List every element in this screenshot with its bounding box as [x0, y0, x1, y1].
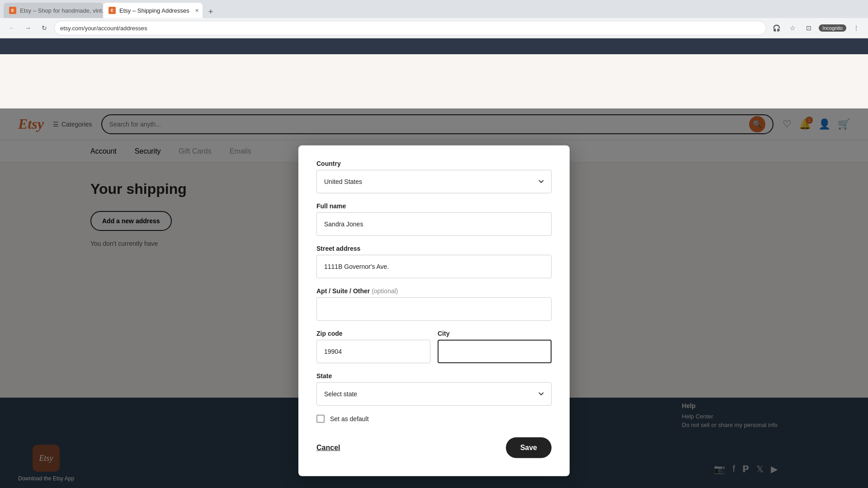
address-bar: ← → ↻ 🎧 ☆ ⊡ Incognito ⋮ — [0, 18, 868, 38]
cancel-button[interactable]: Cancel — [316, 444, 340, 452]
modal-actions: Cancel Save — [316, 437, 552, 458]
tab-label-1: Etsy – Shop for handmade, vint... — [20, 7, 103, 14]
page-background: Etsy ☰ Categories 🔍 ♡ 🔔 1 👤 🛒 Account Se… — [0, 54, 868, 488]
apt-label: Apt / Suite / Other (optional) — [316, 287, 552, 295]
apt-optional: (optional) — [372, 287, 398, 295]
city-group: City — [438, 330, 552, 363]
zip-input[interactable] — [316, 340, 430, 363]
country-select[interactable]: United States Canada United Kingdom — [316, 170, 552, 193]
state-select[interactable]: Select state Delaware California New Yor… — [316, 382, 552, 406]
address-bar-icons: 🎧 ☆ ⊡ Incognito ⋮ — [770, 22, 863, 34]
street-label: Street address — [316, 245, 552, 252]
forward-button[interactable]: → — [22, 22, 34, 34]
url-input[interactable] — [54, 21, 766, 35]
fullname-label: Full name — [316, 202, 552, 210]
tab-label-2: Etsy – Shipping Addresses — [119, 7, 189, 14]
zip-city-row: Zip code City — [316, 330, 552, 372]
city-label: City — [438, 330, 552, 337]
state-label: State — [316, 372, 552, 380]
reload-button[interactable]: ↻ — [38, 22, 51, 34]
save-button[interactable]: Save — [506, 437, 552, 458]
fullname-group: Full name — [316, 202, 552, 236]
default-checkbox-label[interactable]: Set as default — [330, 415, 369, 422]
street-input[interactable] — [316, 255, 552, 278]
profile-icon[interactable]: ⊡ — [802, 22, 815, 34]
new-tab-button[interactable]: + — [204, 5, 217, 18]
apt-group: Apt / Suite / Other (optional) — [316, 287, 552, 321]
zip-label: Zip code — [316, 330, 430, 337]
state-group: State Select state Delaware California N… — [316, 372, 552, 406]
tab-favicon-1: E — [9, 7, 16, 14]
zip-group: Zip code — [316, 330, 430, 363]
default-checkbox-row: Set as default — [316, 415, 552, 423]
tab-close-2[interactable]: ✕ — [195, 7, 199, 14]
apt-input[interactable] — [316, 297, 552, 321]
fullname-input[interactable] — [316, 212, 552, 236]
bookmark-icon[interactable]: ☆ — [786, 22, 799, 34]
country-label: Country — [316, 160, 552, 167]
media-icon[interactable]: 🎧 — [770, 22, 783, 34]
tab-etsy-shop[interactable]: E Etsy – Shop for handmade, vint... ✕ — [4, 3, 103, 18]
default-checkbox[interactable] — [316, 415, 325, 423]
incognito-badge: Incognito — [819, 24, 846, 32]
tabs-bar: E Etsy – Shop for handmade, vint... ✕ E … — [0, 0, 868, 18]
more-options-icon[interactable]: ⋮ — [850, 22, 863, 34]
street-group: Street address — [316, 245, 552, 278]
browser-chrome: E Etsy – Shop for handmade, vint... ✕ E … — [0, 0, 868, 38]
country-group: Country United States Canada United King… — [316, 160, 552, 193]
tab-etsy-shipping[interactable]: E Etsy – Shipping Addresses ✕ — [103, 3, 203, 18]
apt-label-text: Apt / Suite / Other — [316, 287, 370, 295]
back-button[interactable]: ← — [5, 22, 18, 34]
tab-favicon-2: E — [108, 7, 116, 14]
city-input[interactable] — [438, 340, 552, 363]
address-modal: Country United States Canada United King… — [298, 145, 570, 476]
